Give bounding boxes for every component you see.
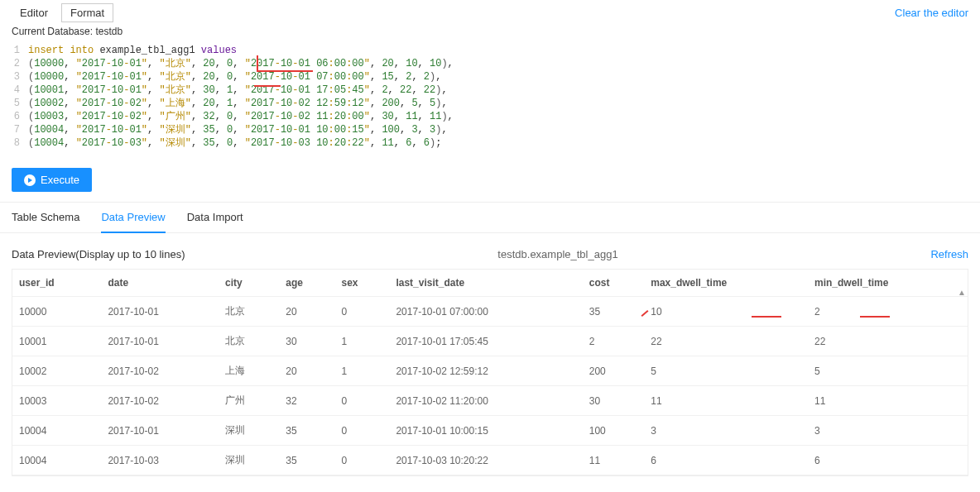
cell: 2 xyxy=(583,327,644,356)
cell: 20 xyxy=(279,356,334,386)
cell: 35 xyxy=(583,297,644,327)
col-min_dwell_time[interactable]: min_dwell_time xyxy=(808,270,968,297)
cell: 10003 xyxy=(12,386,101,416)
col-age[interactable]: age xyxy=(279,270,334,297)
cell: 5 xyxy=(808,356,968,386)
cell: 2017-10-03 xyxy=(101,446,219,475)
code-line[interactable]: insert into example_tbl_agg1 values xyxy=(28,44,237,57)
cell: 深圳 xyxy=(219,416,279,446)
top-toolbar: Editor Format Clear the editor xyxy=(0,0,980,24)
gutter-line: 3 xyxy=(0,70,28,84)
cell: 20 xyxy=(279,297,334,327)
cell: 深圳 xyxy=(219,446,279,475)
refresh-link[interactable]: Refresh xyxy=(930,248,968,260)
preview-caption: Data Preview(Display up to 10 lines) xyxy=(12,248,185,260)
col-cost[interactable]: cost xyxy=(583,270,644,297)
data-preview-table: user_iddatecityagesexlast_visit_datecost… xyxy=(12,270,968,475)
code-line[interactable]: (10003, "2017-10-02", "广州", 32, 0, "2017… xyxy=(28,110,454,123)
gutter-line: 4 xyxy=(0,84,28,97)
cell: 6 xyxy=(644,446,808,475)
scroll-up-icon[interactable]: ▲ xyxy=(958,288,966,297)
table-row: 100032017-10-02广州3202017-10-02 11:20:003… xyxy=(12,386,968,416)
code-line[interactable]: (10000, "2017-10-01", "北京", 20, 0, "2017… xyxy=(28,57,454,70)
current-database-label: Current Database: testdb xyxy=(0,24,980,42)
cell: 100 xyxy=(583,416,644,446)
col-date[interactable]: date xyxy=(101,270,219,297)
col-last_visit_date[interactable]: last_visit_date xyxy=(389,270,582,297)
col-max_dwell_time[interactable]: max_dwell_time xyxy=(644,270,808,297)
table-row: 100012017-10-01北京3012017-10-01 17:05:452… xyxy=(12,327,968,356)
cell: 30 xyxy=(279,327,334,356)
execute-label: Execute xyxy=(41,174,79,186)
gutter-line: 1 xyxy=(0,44,28,57)
cell: 2017-10-01 xyxy=(101,327,219,356)
editor-toggle[interactable]: Editor xyxy=(12,4,56,21)
col-sex[interactable]: sex xyxy=(334,270,389,297)
cell: 2 xyxy=(808,297,968,327)
code-line[interactable]: (10004, "2017-10-03", "深圳", 35, 0, "2017… xyxy=(28,136,441,150)
cell: 上海 xyxy=(219,356,279,386)
code-line[interactable]: (10004, "2017-10-01", "深圳", 35, 0, "2017… xyxy=(28,123,448,136)
cell: 10001 xyxy=(12,327,101,356)
table-row: 100042017-10-03深圳3502017-10-03 10:20:221… xyxy=(12,446,968,475)
cell: 北京 xyxy=(219,297,279,327)
cell: 10004 xyxy=(12,446,101,475)
cell: 0 xyxy=(334,386,389,416)
cell: 3 xyxy=(808,416,968,446)
cell: 30 xyxy=(583,386,644,416)
gutter-line: 5 xyxy=(0,97,28,110)
cell: 5 xyxy=(644,356,808,386)
play-icon xyxy=(24,174,36,186)
cell: 2017-10-01 07:00:00 xyxy=(389,297,582,327)
clear-editor-link[interactable]: Clear the editor xyxy=(895,7,968,19)
tab-data-import[interactable]: Data Import xyxy=(187,211,243,232)
cell: 22 xyxy=(808,327,968,356)
cell: 2017-10-01 xyxy=(101,416,219,446)
preview-table-name: testdb.example_tbl_agg1 xyxy=(185,248,931,260)
col-user_id[interactable]: user_id xyxy=(12,270,101,297)
tab-table-schema[interactable]: Table Schema xyxy=(12,211,79,232)
gutter-line: 2 xyxy=(0,57,28,70)
cell: 2017-10-01 xyxy=(101,297,219,327)
cell: 2017-10-02 11:20:00 xyxy=(389,386,582,416)
code-line[interactable]: (10001, "2017-10-01", "北京", 30, 1, "2017… xyxy=(28,84,448,97)
sql-editor[interactable]: 1insert into example_tbl_agg1 values2(10… xyxy=(0,42,980,158)
cell: 11 xyxy=(808,386,968,416)
cell: 10 xyxy=(644,297,808,327)
cell: 1 xyxy=(334,327,389,356)
code-line[interactable]: (10000, "2017-10-01", "北京", 20, 0, "2017… xyxy=(28,70,441,84)
cell: 2017-10-02 xyxy=(101,386,219,416)
format-button[interactable]: Format xyxy=(61,3,113,22)
table-row: 100002017-10-01北京2002017-10-01 07:00:003… xyxy=(12,297,968,327)
cell: 6 xyxy=(808,446,968,475)
cell: 广州 xyxy=(219,386,279,416)
tab-data-preview[interactable]: Data Preview xyxy=(101,211,165,233)
col-city[interactable]: city xyxy=(219,270,279,297)
cell: 10000 xyxy=(12,297,101,327)
gutter-line: 8 xyxy=(0,136,28,150)
cell: 1 xyxy=(334,356,389,386)
cell: 3 xyxy=(644,416,808,446)
cell: 0 xyxy=(334,297,389,327)
table-row: 100022017-10-02上海2012017-10-02 12:59:122… xyxy=(12,356,968,386)
cell: 2017-10-01 17:05:45 xyxy=(389,327,582,356)
table-row: 100042017-10-01深圳3502017-10-01 10:00:151… xyxy=(12,416,968,446)
cell: 2017-10-01 10:00:15 xyxy=(389,416,582,446)
cell: 10004 xyxy=(12,416,101,446)
cell: 10002 xyxy=(12,356,101,386)
cell: 11 xyxy=(583,446,644,475)
data-preview-table-wrap: user_iddatecityagesexlast_visit_datecost… xyxy=(12,269,968,476)
gutter-line: 7 xyxy=(0,123,28,136)
cell: 2017-10-02 12:59:12 xyxy=(389,356,582,386)
cell: 2017-10-03 10:20:22 xyxy=(389,446,582,475)
cell: 11 xyxy=(644,386,808,416)
cell: 35 xyxy=(279,446,334,475)
cell: 35 xyxy=(279,416,334,446)
result-tabs: Table Schema Data Preview Data Import xyxy=(0,203,980,233)
execute-button[interactable]: Execute xyxy=(12,168,92,192)
cell: 200 xyxy=(583,356,644,386)
cell: 2017-10-02 xyxy=(101,356,219,386)
cell: 0 xyxy=(334,416,389,446)
cell: 32 xyxy=(279,386,334,416)
code-line[interactable]: (10002, "2017-10-02", "上海", 20, 1, "2017… xyxy=(28,97,448,110)
